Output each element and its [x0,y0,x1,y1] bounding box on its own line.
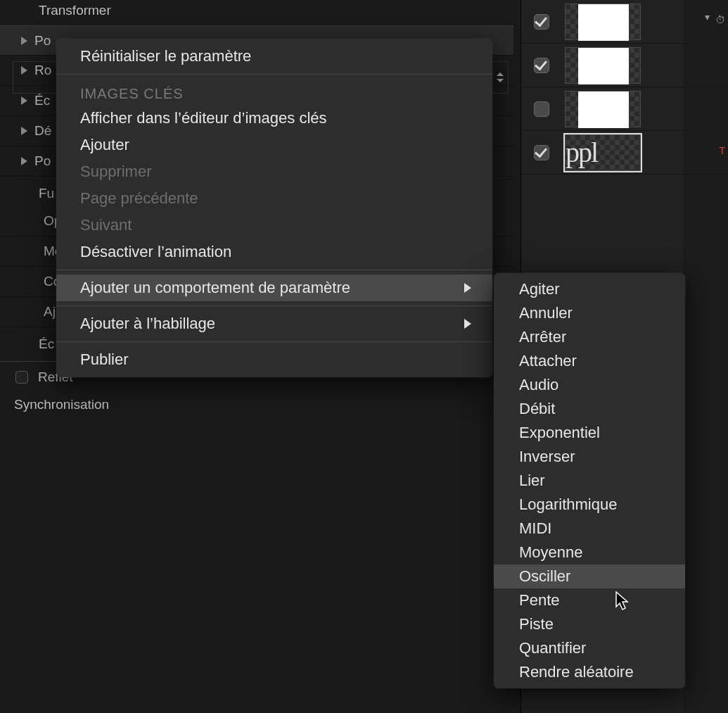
menu-label: Ajouter [80,136,129,154]
submenu-item-logarithmic[interactable]: Logarithmique [494,493,685,517]
thumb-text: ̗ppl [567,136,597,169]
param-timing: Synchronisation [0,392,513,417]
submenu-item-reverse[interactable]: Inverser [494,445,685,469]
menu-add-keyframe[interactable]: Ajouter [56,132,492,158]
layer-visibility-checkbox[interactable] [534,101,549,117]
submenu-label: Exponentiel [519,424,600,441]
menu-label: Réinitialiser le paramètre [80,47,251,65]
menu-label: Désactiver l’animation [80,243,231,261]
submenu-item-quantize[interactable]: Quantifier [494,636,685,660]
param-label: Éc [34,93,50,108]
behavior-submenu: Agiter Annuler Arrêter Attacher Audio Dé… [494,273,685,688]
submenu-label: Lier [519,472,545,489]
menu-separator [56,270,492,270]
submenu-arrow-icon [464,283,471,293]
menu-label: Afficher dans l’éditeur d’images clés [80,109,327,127]
layer-visibility-checkbox[interactable] [534,14,549,30]
menu-label: Ajouter un comportement de paramètre [80,279,350,297]
submenu-item-ramp[interactable]: Pente [494,588,685,612]
reflet-checkbox[interactable] [15,371,28,384]
submenu-label: Agiter [519,280,559,298]
submenu-item-wiggle[interactable]: Agiter [494,277,685,301]
submenu-label: Attacher [519,352,577,370]
param-label: Dé [34,123,51,139]
disclosure-triangle-icon [21,127,27,135]
param-label: Ro [34,63,51,78]
submenu-item-track[interactable]: Piste [494,612,685,636]
layer-visibility-checkbox[interactable] [534,58,549,73]
submenu-label: Inverser [519,448,575,465]
submenu-item-negate[interactable]: Annuler [494,301,685,325]
submenu-label: Logarithmique [519,496,617,513]
menu-publish[interactable]: Publier [56,346,492,373]
menu-add-parameter-behavior[interactable]: Ajouter un comportement de paramètre [56,275,492,301]
submenu-label: Débit [519,400,555,417]
menu-delete-keyframe: Supprimer [56,158,492,185]
menu-reset-parameter[interactable]: Réinitialiser le paramètre [56,43,492,70]
submenu-item-exponential[interactable]: Exponentiel [494,421,685,445]
text-icon[interactable]: T [719,145,725,156]
menu-label: Supprimer [80,163,151,181]
menu-label: Page précédente [80,189,198,208]
chevron-down-icon[interactable]: ▾ [705,11,710,23]
menu-separator [56,74,492,75]
layer-thumbnail[interactable] [565,47,641,84]
layer-row[interactable]: ̗ppl T [521,131,728,175]
menu-separator [56,341,492,342]
param-label: Éc [39,336,54,352]
submenu-arrow-icon [464,319,471,329]
layer-row[interactable]: ▾ ⏱ [521,0,728,44]
submenu-label: Audio [519,376,558,393]
submenu-item-oscillate[interactable]: Osciller [494,564,685,588]
submenu-item-midi[interactable]: MIDI [494,517,685,541]
menu-label: Ajouter à l’habillage [80,315,215,333]
submenu-item-link[interactable]: Lier [494,469,685,493]
disclosure-triangle-icon [21,37,27,45]
layer-thumbnail[interactable] [565,91,641,127]
layer-row[interactable] [521,87,728,131]
menu-label: Publier [80,351,128,369]
submenu-item-rate[interactable]: Débit [494,397,685,421]
submenu-label: Piste [519,615,554,633]
menu-disable-animation[interactable]: Désactiver l’animation [56,239,492,265]
param-label: Aj [44,304,56,320]
param-label: Synchronisation [14,397,109,412]
param-label: Po [34,33,51,49]
menu-show-in-keyframe-editor[interactable]: Afficher dans l’éditeur d’images clés [56,105,492,132]
layer-thumbnail-text[interactable]: ̗ppl [565,134,641,171]
parameter-context-menu: Réinitialiser le paramètre IMAGES CLÉS A… [56,39,492,377]
submenu-label: MIDI [519,519,551,537]
subsection-label: Fu [39,186,54,201]
layer-visibility-checkbox[interactable] [534,145,549,160]
submenu-label: Pente [519,591,560,609]
submenu-label: Arrêter [519,328,566,346]
submenu-item-randomize[interactable]: Rendre aléatoire [494,660,685,684]
submenu-label: Annuler [519,304,573,322]
menu-add-to-rig[interactable]: Ajouter à l’habillage [56,310,492,337]
menu-section-keyframes: IMAGES CLÉS [56,79,492,105]
submenu-item-stop[interactable]: Arrêter [494,325,685,349]
submenu-label: Moyenne [519,543,583,561]
submenu-label: Quantifier [519,639,586,657]
layer-thumbnail[interactable] [565,4,641,40]
disclosure-triangle-icon [21,96,27,105]
submenu-label: Osciller [519,567,570,585]
submenu-item-clamp[interactable]: Attacher [494,349,685,373]
submenu-item-audio[interactable]: Audio [494,373,685,397]
param-label: Po [34,153,51,169]
menu-prev-keyframe: Page précédente [56,185,492,212]
menu-next-keyframe: Suivant [56,212,492,239]
submenu-item-average[interactable]: Moyenne [494,541,685,564]
disclosure-triangle-icon [21,66,27,75]
layer-row[interactable] [521,44,728,87]
stopwatch-icon[interactable]: ⏱ [715,14,725,25]
section-title-transformer: Transformer [0,0,513,25]
submenu-label: Rendre aléatoire [519,663,634,681]
menu-separator [56,305,492,306]
disclosure-triangle-icon [21,157,27,165]
menu-label: Suivant [80,216,132,234]
